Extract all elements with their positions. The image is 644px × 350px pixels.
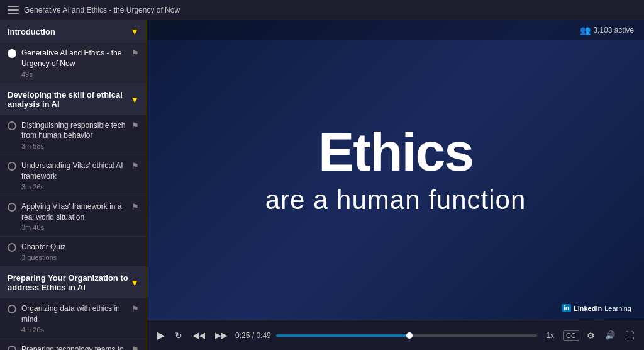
video-sub-text: are a human function	[265, 185, 526, 215]
video-controls: ▶ ↻ ◀◀ ▶▶ 0:25 / 0:49 1x CC ⚙ 🔊 ⛶	[147, 320, 644, 350]
linkedin-learning-label: LinkedIn	[574, 305, 602, 312]
item-duration: 3m 40s	[21, 223, 128, 231]
time-display: 0:25 / 0:49	[235, 331, 271, 340]
item-content: Generative AI and Ethics - the Urgency o…	[21, 48, 128, 78]
section-developing-label: Developing the skill of ethical analysis…	[8, 90, 130, 109]
item-content: Distinguishing responsible tech from hum…	[21, 120, 128, 150]
bookmark-icon[interactable]: ⚑	[131, 48, 139, 58]
circle-icon	[8, 305, 16, 313]
list-item[interactable]: Understanding Vilas' ethical AI framewor…	[0, 155, 147, 196]
section-preparing-label: Preparing Your Organization to address E…	[8, 273, 130, 292]
circle-icon	[8, 243, 16, 252]
video-main-text: Ethics	[318, 125, 473, 179]
bookmark-icon[interactable]: ⚑	[131, 161, 139, 171]
section-developing-skill[interactable]: Developing the skill of ethical analysis…	[0, 84, 147, 115]
fullscreen-button[interactable]: ⛶	[623, 329, 636, 342]
item-content: Chapter Quiz 3 questions	[21, 242, 128, 261]
skip-forward-button[interactable]: ▶▶	[213, 329, 230, 341]
circle-icon	[8, 121, 16, 130]
linkedin-learning-logo: in LinkedIn Learning	[562, 304, 631, 312]
item-title: Understanding Vilas' ethical AI framewor…	[21, 161, 128, 182]
linkedin-in-badge: in	[562, 304, 571, 312]
top-bar: Generative AI and Ethics - the Urgency o…	[0, 0, 644, 20]
circle-icon	[8, 203, 16, 212]
item-content: Applying Vilas' framework in a real worl…	[21, 201, 128, 232]
list-item[interactable]: Organizing data with ethics in mind 4m 2…	[0, 298, 147, 339]
top-bar-title: Generative AI and Ethics - the Urgency o…	[24, 6, 180, 14]
active-count-label: 3,103 active	[593, 26, 634, 35]
list-item[interactable]: Distinguishing responsible tech from hum…	[0, 115, 147, 156]
progress-fill	[276, 334, 409, 337]
total-time: 0:49	[256, 331, 270, 340]
chevron-down-icon: ▼	[130, 278, 139, 288]
bookmark-icon[interactable]: ⚑	[131, 304, 139, 313]
users-icon: 👥	[580, 25, 591, 35]
item-content: Preparing technology teams to make ethic…	[21, 344, 128, 350]
item-title: Chapter Quiz	[21, 242, 128, 252]
filled-circle-icon	[8, 49, 16, 58]
bookmark-icon[interactable]: ⚑	[131, 202, 139, 212]
section-introduction-label: Introduction	[8, 27, 55, 37]
rewind-button[interactable]: ↻	[172, 329, 185, 342]
item-duration: 3m 26s	[21, 183, 128, 191]
chevron-down-icon: ▼	[130, 94, 139, 104]
main-content: Introduction ▼ Generative AI and Ethics …	[0, 20, 644, 350]
skip-back-button[interactable]: ◀◀	[190, 329, 208, 341]
item-title: Organizing data with ethics in mind	[21, 303, 128, 325]
bookmark-icon[interactable]: ⚑	[131, 345, 139, 350]
active-count: 👥 3,103 active	[580, 25, 634, 35]
item-title: Applying Vilas' framework in a real worl…	[21, 201, 128, 223]
item-duration: 3 questions	[21, 254, 128, 261]
linkedin-learning-sub: Learning	[604, 305, 631, 312]
list-item[interactable]: Preparing technology teams to make ethic…	[0, 339, 147, 350]
item-title: Generative AI and Ethics - the Urgency o…	[21, 48, 128, 69]
video-content: Ethics are a human function in LinkedIn …	[147, 20, 644, 320]
list-item[interactable]: Chapter Quiz 3 questions ⚑	[0, 237, 147, 267]
list-item[interactable]: Applying Vilas' framework in a real worl…	[0, 196, 147, 237]
video-area: 👥 3,103 active Ethics are a human functi…	[147, 20, 644, 350]
item-duration: 49s	[21, 71, 128, 78]
circle-icon	[8, 346, 16, 350]
progress-thumb	[406, 332, 413, 339]
bookmark-icon[interactable]: ⚑	[131, 121, 139, 130]
item-content: Understanding Vilas' ethical AI framewor…	[21, 161, 128, 191]
settings-button[interactable]: ⚙	[584, 329, 597, 342]
section-preparing-org[interactable]: Preparing Your Organization to address E…	[0, 267, 147, 298]
item-duration: 3m 58s	[21, 142, 128, 150]
video-header: 👥 3,103 active	[147, 20, 644, 40]
cc-button[interactable]: CC	[563, 330, 579, 341]
item-title: Distinguishing responsible tech from hum…	[21, 120, 128, 142]
volume-button[interactable]: 🔊	[602, 329, 618, 341]
sidebar: Introduction ▼ Generative AI and Ethics …	[0, 20, 147, 350]
item-duration: 4m 20s	[21, 326, 128, 334]
item-content: Organizing data with ethics in mind 4m 2…	[21, 303, 128, 334]
section-introduction[interactable]: Introduction ▼	[0, 20, 147, 43]
hamburger-menu[interactable]	[8, 6, 19, 14]
item-title: Preparing technology teams to make ethic…	[21, 344, 128, 350]
chevron-down-icon: ▼	[130, 26, 139, 37]
play-button[interactable]: ▶	[155, 328, 167, 342]
current-time: 0:25	[235, 331, 250, 340]
circle-icon	[8, 162, 16, 171]
speed-button[interactable]: 1x	[542, 330, 558, 341]
list-item[interactable]: Generative AI and Ethics - the Urgency o…	[0, 43, 147, 84]
progress-bar[interactable]	[276, 334, 538, 337]
